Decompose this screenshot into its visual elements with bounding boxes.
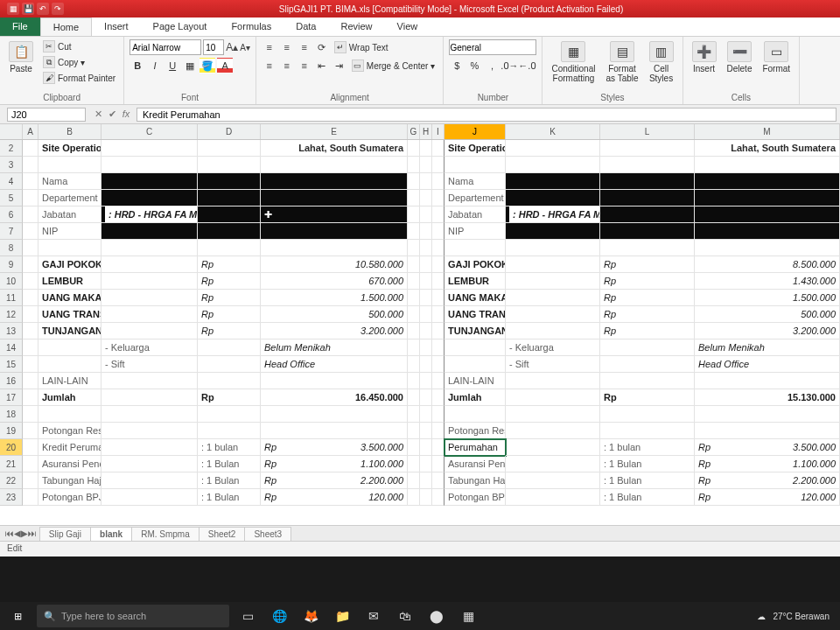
cell[interactable] <box>408 489 420 506</box>
sheet-tab-0[interactable]: Slip Gaji <box>39 527 91 541</box>
row-4[interactable]: 4 <box>0 173 23 190</box>
format-button[interactable]: ▭Format <box>759 39 794 75</box>
cell[interactable] <box>444 340 506 356</box>
cell[interactable] <box>38 240 102 256</box>
cell[interactable] <box>261 223 408 240</box>
tab-home[interactable]: Home <box>40 18 92 36</box>
cell[interactable] <box>444 240 506 256</box>
format-painter-button[interactable]: 🖌Format Painter <box>40 71 118 85</box>
cell[interactable] <box>408 373 420 389</box>
cell[interactable]: 1.500.000 <box>261 290 408 306</box>
col-e[interactable]: E <box>261 124 408 139</box>
sheet-tab-4[interactable]: Sheet3 <box>244 527 291 541</box>
decrease-font-icon[interactable]: A▾ <box>240 43 250 52</box>
cell[interactable] <box>23 472 38 489</box>
cell[interactable]: Head Office <box>261 356 408 373</box>
sheet-tab-2[interactable]: RM. Smpma <box>131 527 200 541</box>
cell[interactable] <box>432 356 444 373</box>
cell[interactable] <box>23 256 38 273</box>
cell[interactable]: 500.000 <box>261 306 408 323</box>
cell[interactable]: Lahat, South Sumatera <box>695 140 840 157</box>
row-21[interactable]: 21 <box>0 456 23 472</box>
cell[interactable]: : 1 Bulan <box>198 456 261 472</box>
weather-icon[interactable]: ☁ <box>757 612 766 621</box>
cell[interactable] <box>432 206 444 223</box>
cell[interactable] <box>102 290 198 306</box>
cell[interactable]: Rp2.200.000 <box>695 472 840 489</box>
cancel-icon[interactable]: ✕ <box>91 108 105 120</box>
cell[interactable] <box>432 423 444 439</box>
cell[interactable] <box>420 190 432 206</box>
cell[interactable]: NIP <box>38 223 102 240</box>
cell[interactable]: - Keluarga <box>102 340 198 356</box>
cell[interactable] <box>23 323 38 340</box>
cell[interactable] <box>102 223 198 240</box>
cell[interactable] <box>23 423 38 439</box>
cell[interactable]: Rp <box>600 256 695 273</box>
cell[interactable] <box>432 389 444 406</box>
cell[interactable] <box>261 157 408 173</box>
cell[interactable] <box>506 323 600 340</box>
tab-file[interactable]: File <box>0 18 40 36</box>
cell[interactable] <box>408 140 420 157</box>
cell[interactable] <box>506 406 600 423</box>
cell[interactable] <box>600 240 695 256</box>
cell[interactable] <box>261 190 408 206</box>
cell[interactable]: ✚ <box>261 206 408 223</box>
cell[interactable] <box>261 423 408 439</box>
cell[interactable] <box>102 157 198 173</box>
cell[interactable]: UANG TRANSPORT <box>444 306 506 323</box>
edge-icon[interactable]: 🌐 <box>266 604 292 628</box>
row-9[interactable]: 9 <box>0 256 23 273</box>
undo-icon[interactable]: ↶ <box>37 3 49 15</box>
align-left-icon[interactable]: ≡ <box>262 58 277 74</box>
cell[interactable]: Rp <box>198 256 261 273</box>
cell[interactable] <box>420 323 432 340</box>
cell[interactable]: Departement <box>444 190 506 206</box>
cell[interactable]: GAJI POKOK <box>38 256 102 273</box>
cell[interactable]: Rp <box>600 323 695 340</box>
cell[interactable] <box>506 256 600 273</box>
store-icon[interactable]: 🛍 <box>392 604 418 628</box>
align-top-icon[interactable]: ≡ <box>262 39 277 55</box>
cell[interactable] <box>23 140 38 157</box>
col-m[interactable]: M <box>695 124 840 139</box>
indent-inc-icon[interactable]: ⇥ <box>332 58 347 74</box>
cell[interactable] <box>420 256 432 273</box>
cell[interactable]: : 1 Bulan <box>600 472 695 489</box>
cell[interactable]: Belum Menikah <box>261 340 408 356</box>
cell[interactable] <box>198 406 261 423</box>
cell[interactable] <box>102 256 198 273</box>
cell[interactable] <box>23 456 38 472</box>
sheet-tab-1[interactable]: blank <box>90 527 132 541</box>
explorer-icon[interactable]: 📁 <box>329 604 355 628</box>
paste-button[interactable]: 📋Paste <box>5 39 37 75</box>
cell[interactable] <box>23 373 38 389</box>
cell[interactable] <box>600 223 695 240</box>
cell[interactable] <box>38 356 102 373</box>
cell[interactable] <box>23 273 38 290</box>
formula-bar[interactable]: Kredit Perumahan <box>136 108 836 122</box>
cell[interactable] <box>432 290 444 306</box>
cell[interactable] <box>23 240 38 256</box>
cell[interactable] <box>408 356 420 373</box>
cell[interactable]: : HRD - HRGA FA Manager <box>506 206 600 223</box>
tab-view[interactable]: View <box>385 18 430 36</box>
cell[interactable] <box>102 489 198 506</box>
chrome-icon[interactable]: ⬤ <box>424 604 450 628</box>
cell[interactable]: 1.500.000 <box>695 290 840 306</box>
col-c[interactable]: C <box>102 124 198 139</box>
cell[interactable] <box>102 373 198 389</box>
cell[interactable] <box>506 173 600 190</box>
cell[interactable] <box>506 223 600 240</box>
cell[interactable] <box>261 173 408 190</box>
cell[interactable] <box>23 190 38 206</box>
cell[interactable]: Rp <box>600 306 695 323</box>
cell[interactable]: Jumlah <box>444 389 506 406</box>
cell[interactable] <box>432 256 444 273</box>
cell[interactable] <box>408 389 420 406</box>
cell[interactable]: Potongan Resmi <box>444 423 506 439</box>
indent-dec-icon[interactable]: ⇤ <box>314 58 330 74</box>
cell[interactable] <box>506 423 600 439</box>
nav-first-icon[interactable]: ⏮ <box>5 528 14 538</box>
